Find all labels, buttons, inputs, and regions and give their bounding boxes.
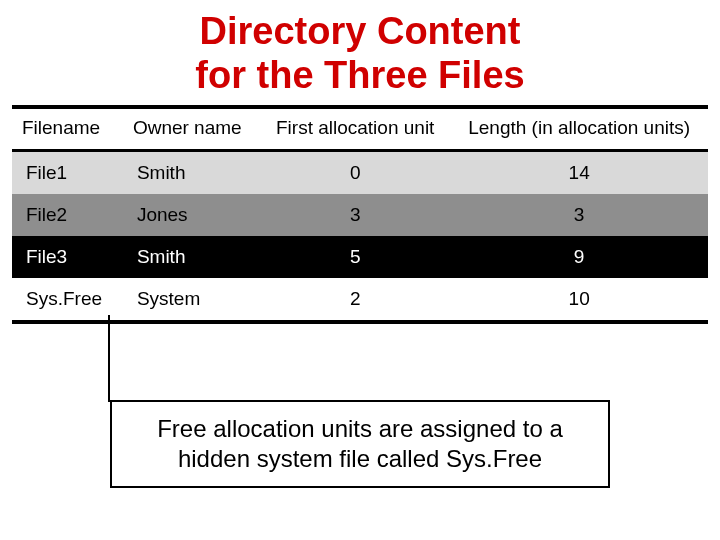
table-row: Sys.Free System 2 10	[12, 278, 708, 322]
col-length: Length (in allocation units)	[450, 107, 708, 151]
cell-owner: Smith	[123, 236, 260, 278]
cell-first: 3	[260, 194, 450, 236]
callout-box: Free allocation units are assigned to a …	[110, 400, 610, 488]
cell-length: 3	[450, 194, 708, 236]
callout-connector-line	[108, 315, 110, 402]
cell-owner: Jones	[123, 194, 260, 236]
cell-length: 9	[450, 236, 708, 278]
cell-length: 14	[450, 151, 708, 195]
slide-title: Directory Content for the Three Files	[0, 0, 720, 105]
callout-text: Free allocation units are assigned to a …	[157, 415, 563, 472]
cell-filename: File2	[12, 194, 123, 236]
cell-first: 0	[260, 151, 450, 195]
cell-filename: Sys.Free	[12, 278, 123, 322]
cell-filename: File3	[12, 236, 123, 278]
cell-owner: Smith	[123, 151, 260, 195]
table-row: File3 Smith 5 9	[12, 236, 708, 278]
cell-first: 2	[260, 278, 450, 322]
cell-first: 5	[260, 236, 450, 278]
col-owner: Owner name	[123, 107, 260, 151]
cell-filename: File1	[12, 151, 123, 195]
table-header-row: Filename Owner name First allocation uni…	[12, 107, 708, 151]
col-filename: Filename	[12, 107, 123, 151]
title-line-2: for the Three Files	[195, 54, 524, 96]
table-row: File1 Smith 0 14	[12, 151, 708, 195]
directory-table-wrap: Filename Owner name First allocation uni…	[12, 105, 708, 324]
table-row: File2 Jones 3 3	[12, 194, 708, 236]
title-line-1: Directory Content	[200, 10, 521, 52]
cell-length: 10	[450, 278, 708, 322]
directory-table: Filename Owner name First allocation uni…	[12, 105, 708, 324]
cell-owner: System	[123, 278, 260, 322]
col-first: First allocation unit	[260, 107, 450, 151]
